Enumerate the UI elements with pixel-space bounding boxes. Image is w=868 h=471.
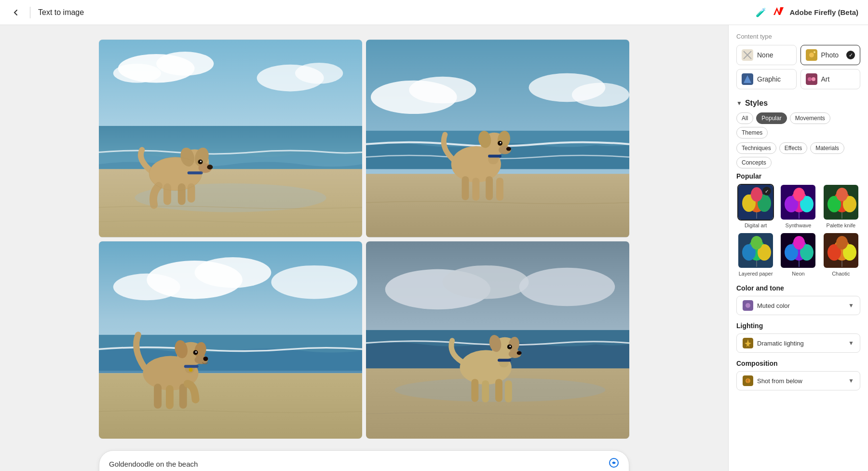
styles-header: ▼ Styles xyxy=(736,99,860,108)
right-panel: Content type None Photo xyxy=(728,25,868,471)
color-tone-dropdown[interactable]: Muted color ▼ xyxy=(736,296,860,315)
header-right: 🧪 Adobe Firefly (Beta) xyxy=(756,6,858,18)
style-name-layered-paper: Layered paper xyxy=(739,271,773,277)
style-neon[interactable]: Neon xyxy=(779,232,817,277)
svg-point-111 xyxy=(751,187,762,202)
content-type-photo[interactable]: Photo xyxy=(800,45,861,65)
svg-point-16 xyxy=(200,161,202,162)
style-thumb-digital-art: ✓ xyxy=(737,184,774,221)
svg-point-105 xyxy=(808,77,812,81)
svg-point-26 xyxy=(572,83,629,107)
composition-label: Composition xyxy=(736,360,860,367)
lighting-section: Lighting Dramatic lighting ▼ xyxy=(736,322,860,353)
svg-rect-80 xyxy=(498,359,511,361)
content-type-graphic-label: Graphic xyxy=(757,75,781,83)
composition-arrow-icon: ▼ xyxy=(848,377,854,384)
svg-point-131 xyxy=(793,236,805,249)
main-area: Clear styles Photo × xyxy=(0,25,868,471)
image-cell-2 xyxy=(366,40,629,237)
svg-rect-20 xyxy=(188,171,203,174)
svg-point-126 xyxy=(751,236,762,249)
content-type-art[interactable]: Art xyxy=(800,69,861,89)
filter-concepts[interactable]: Concepts xyxy=(736,157,772,168)
content-type-photo-label: Photo xyxy=(821,51,839,59)
style-grid: ✓ Digital art xyxy=(736,184,860,277)
style-thumb-layered-paper xyxy=(737,232,774,269)
style-filter-row-2: Techniques Effects Materials Concepts xyxy=(736,142,860,168)
image-grid xyxy=(99,40,629,439)
svg-point-116 xyxy=(793,188,805,201)
style-name-chaotic: Chaotic xyxy=(832,271,850,277)
svg-rect-42 xyxy=(496,178,503,201)
image-cell-4 xyxy=(366,241,629,439)
svg-point-35 xyxy=(506,147,511,151)
svg-rect-61 xyxy=(154,384,162,409)
style-digital-art[interactable]: ✓ Digital art xyxy=(736,184,775,228)
header: Text to image 🧪 Adobe Firefly (Beta) xyxy=(0,0,868,25)
svg-point-3 xyxy=(113,64,161,83)
style-thumb-neon xyxy=(780,232,816,269)
style-name-palette-knife: Palette knife xyxy=(827,222,856,228)
style-thumb-palette-knife xyxy=(823,184,859,221)
none-icon xyxy=(742,49,753,61)
lab-icon: 🧪 xyxy=(756,7,766,18)
svg-point-138 xyxy=(746,303,750,308)
svg-point-100 xyxy=(809,53,814,57)
lighting-label: Lighting xyxy=(736,322,860,330)
filter-popular[interactable]: Popular xyxy=(756,112,787,124)
shot-from-below-dropdown-icon xyxy=(743,375,753,386)
svg-point-24 xyxy=(409,77,476,104)
svg-rect-38 xyxy=(488,155,502,158)
style-chaotic[interactable]: Chaotic xyxy=(822,232,860,277)
svg-point-5 xyxy=(295,63,343,84)
muted-color-dropdown-icon xyxy=(743,300,753,311)
prompt-input[interactable] xyxy=(109,460,609,468)
header-divider xyxy=(30,7,30,18)
filter-techniques[interactable]: Techniques xyxy=(736,142,776,154)
style-palette-knife[interactable]: Palette knife xyxy=(822,184,860,228)
svg-rect-81 xyxy=(471,379,478,402)
filter-movements[interactable]: Movements xyxy=(790,112,830,124)
filter-all[interactable]: All xyxy=(736,112,753,124)
composition-dropdown[interactable]: Shot from below ▼ xyxy=(736,371,860,390)
lighting-dropdown[interactable]: Dramatic lighting ▼ xyxy=(736,333,860,353)
style-thumb-chaotic xyxy=(823,232,859,269)
svg-point-136 xyxy=(836,236,848,249)
filter-effects[interactable]: Effects xyxy=(779,142,807,154)
composition-section: Composition Shot from below ▼ xyxy=(736,360,860,390)
svg-rect-19 xyxy=(188,183,195,203)
firefly-logo: Adobe Firefly (Beta) xyxy=(772,6,858,18)
composition-selected: Shot from below xyxy=(757,377,844,385)
photo-selected-check xyxy=(846,51,855,59)
content-type-graphic[interactable]: Graphic xyxy=(736,69,797,89)
filter-themes[interactable]: Themes xyxy=(736,127,768,139)
image-cell-3 xyxy=(99,241,362,439)
svg-point-37 xyxy=(500,142,501,143)
svg-point-101 xyxy=(814,51,815,53)
content-area: Clear styles Photo × xyxy=(0,25,728,471)
svg-point-45 xyxy=(195,257,271,288)
refresh-icon[interactable] xyxy=(609,457,619,471)
content-type-none[interactable]: None xyxy=(736,45,797,65)
style-name-neon: Neon xyxy=(792,271,804,277)
style-synthwave[interactable]: Synthwave xyxy=(779,184,817,228)
color-tone-arrow-icon: ▼ xyxy=(848,302,854,309)
photo-icon xyxy=(806,49,817,61)
color-tone-section: Color and tone Muted color ▼ xyxy=(736,284,860,315)
content-type-label: Content type xyxy=(736,33,860,40)
image-cell-1 xyxy=(99,40,362,237)
style-filter-row: All Popular Movements Themes xyxy=(736,112,860,139)
back-button[interactable] xyxy=(10,6,22,19)
svg-rect-84 xyxy=(505,380,512,402)
filter-materials[interactable]: Materials xyxy=(810,142,844,154)
style-layered-paper[interactable]: Layered paper xyxy=(736,232,775,277)
input-bar-container: Clear styles Photo × xyxy=(99,450,629,471)
svg-point-121 xyxy=(836,188,848,201)
svg-rect-40 xyxy=(472,178,479,201)
svg-rect-49 xyxy=(99,373,362,439)
adobe-icon xyxy=(772,6,786,18)
input-bar: Clear styles Photo × xyxy=(99,450,629,471)
svg-rect-63 xyxy=(179,384,187,409)
svg-point-106 xyxy=(812,77,815,81)
svg-rect-83 xyxy=(495,379,502,402)
